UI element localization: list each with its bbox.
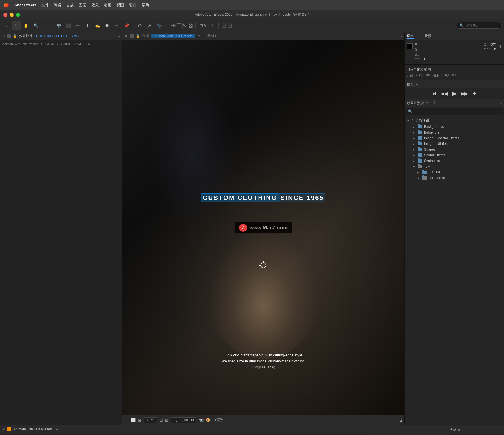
text-custom-clothing: CUSTOM CLOTHING [201,193,278,202]
vt-color-icon[interactable]: 🎨 [206,418,211,422]
rect-tool[interactable]: ⬛ [64,21,73,30]
tree-sub-3dtext[interactable]: 3D Text [405,169,504,175]
menu-help[interactable]: 帮助 [142,3,149,8]
minimize-button[interactable] [10,13,14,17]
preview-menu-icon[interactable]: ≡ [416,83,418,86]
vt-icon1[interactable]: ⬚ [125,418,128,422]
info-coords: X : 1271 Y : 1184 [484,43,497,51]
vt-icon3[interactable]: ◉ [138,418,141,422]
tree-item-image-util[interactable]: Image - Utilities [405,141,504,147]
prev-back-btn[interactable]: ◀◀ [441,91,448,96]
library-tab[interactable]: 库 [433,101,436,106]
menu-window[interactable]: 窗口 [129,3,136,8]
menu-layer[interactable]: 图层 [79,3,86,8]
effects-menu-icon[interactable]: ≡ [426,101,428,105]
tl-close-icon[interactable]: ✕ [2,428,5,431]
vt-camera-icon[interactable]: 📷 [199,418,204,422]
menu-composition[interactable]: 合成 [66,3,74,8]
info-values: R : G : B : A : 0 [415,43,482,62]
apple-menu[interactable]: 🍎 [3,2,9,8]
library-expand[interactable]: : [439,101,440,105]
tree-item-synthetics[interactable]: Synthetics [405,158,504,164]
hand-tool[interactable]: ✋ [22,21,30,30]
comp-menu-icon[interactable]: ≡ [198,34,200,38]
comp-expand-icon[interactable]: » [400,34,402,38]
vt-icon2[interactable]: ⬜ [131,418,136,422]
zoom-tool[interactable]: 🔍 [31,21,40,30]
pin-tool[interactable]: 📌 [122,21,131,30]
menu-effects[interactable]: 效果 [91,3,99,8]
vt-icon4[interactable]: ⊡ [159,418,163,422]
comp-close-icon[interactable]: ✕ [125,34,127,38]
text-tool[interactable]: T [83,21,92,30]
window-controls [3,13,20,17]
tree-item-shapes[interactable]: Shapes [405,147,504,152]
tree-item-behaviors[interactable]: Behaviors [405,130,504,135]
para-menu-icon[interactable]: ≡ [458,428,460,432]
comp-lock-icon[interactable]: 🔒 [136,34,140,38]
clone-tool[interactable]: ⬟ [103,21,111,30]
effects-expand-icon[interactable]: » [500,101,502,105]
menu-file[interactable]: 文件 [41,3,49,8]
timeline-header: ✕ Animate with Text Presets ≡ [0,425,447,434]
menu-edit[interactable]: 编辑 [54,3,61,8]
align-expand[interactable]: ↗ [208,21,216,30]
menu-view[interactable]: 视图 [116,3,124,8]
tab-info[interactable]: 信息 [407,33,414,39]
info-audio-tabs: 信息 ≡ 音频 [405,32,504,40]
eraser-tool[interactable]: ✏ [112,21,121,30]
lock-icon[interactable]: 🔒 [13,34,17,38]
search-help-box[interactable]: 🔍 [456,22,502,29]
shapes-label: Shapes [424,147,436,151]
tree-item-text[interactable]: Text [405,164,504,169]
rotate-tool[interactable]: ↩ [45,21,53,30]
tree-item-sound-effects[interactable]: Sound Effects [405,152,504,158]
prev-fwd-btn[interactable]: ▶▶ [461,91,468,96]
timeline-left: 0;00;00;00 00000 (29.97 fps) 🔍 ⇄ ✱ ⊕ ⬚ ◉… [0,434,367,435]
effects-search-input[interactable] [414,110,501,114]
tree-item-backgrounds[interactable]: Backgrounds [405,124,504,130]
snap-tool[interactable]: 📎 [155,21,163,30]
watermark: Z www.MacZ.com [235,222,292,233]
main-area: ✕ 🔒 效果控件 CUSTOM CLOTHING SINCE 1965 » An… [0,32,504,425]
zoom-selector[interactable]: 66.7% [144,417,157,423]
prev-play-btn[interactable]: ▶ [452,90,456,97]
maximize-button[interactable] [16,13,20,17]
expand-icon[interactable]: » [118,34,120,38]
search-help-input[interactable] [466,24,499,28]
timeline-tracks: 时间标尺（单击以设置缩览图） [367,434,447,435]
timecode-display[interactable]: 0;00;00;00 [171,417,196,423]
home-tool[interactable]: ⌂ [2,21,11,30]
camera-tool[interactable]: 📷 [54,21,63,30]
prev-first-btn[interactable]: ⏮ [432,91,436,96]
effects-presets-header: 效果和预设 ≡ 库 : » [405,99,504,107]
vt-expand-icon[interactable]: ◢ [399,418,402,422]
close-icon[interactable]: ✕ [2,34,5,38]
y-coord: 1184 [489,47,497,51]
tab-sep: ≡ [418,34,420,38]
preview-controls: ⏮ ◀◀ ▶ ▶▶ ⏭ [405,88,504,99]
plus-icon[interactable]: + [499,44,502,49]
animation-presets-section[interactable]: * 动画预设 [405,117,504,124]
select-tool[interactable]: ↖ [12,21,21,30]
effects-search-box[interactable]: 🔍 [406,108,503,115]
composition-viewport[interactable]: CUSTOM CLOTHING SINCE 1965 Old-world cra… [122,40,404,415]
close-button[interactable] [3,13,7,17]
menu-aftereffects[interactable]: After Effects [14,3,36,7]
menu-animation[interactable]: 动画 [104,3,111,8]
image-sfx-label: Image - Special Effects [424,136,459,140]
color-swatch[interactable] [407,43,413,49]
tree-item-image-sfx[interactable]: Image - Special Effects [405,135,504,141]
vt-icon5[interactable]: ⊠ [165,418,169,422]
viewport-toolbar: ⬚ ⬜ ◉ 66.7% ⊡ ⊠ 0;00;00;00 📷 🎨 （完整） ◢ [122,415,404,425]
prev-last-btn[interactable]: ⏭ [472,91,477,96]
brush-tool[interactable]: ✍ [93,21,102,30]
shape-tool[interactable]: ⬡ [136,21,144,30]
tree-sub-animate-in[interactable]: Animate In [405,175,504,181]
bezier-tool[interactable]: ↗ [145,21,154,30]
right-panel: 信息 ≡ 音频 R : G : B : A [404,32,504,425]
title-bar: Adobe After Effects 2020 – Animate Effic… [0,10,504,19]
pen-tool[interactable]: ✏ [74,21,82,30]
tab-audio[interactable]: 音频 [425,34,431,38]
tl-menu-icon[interactable]: ≡ [56,428,58,431]
